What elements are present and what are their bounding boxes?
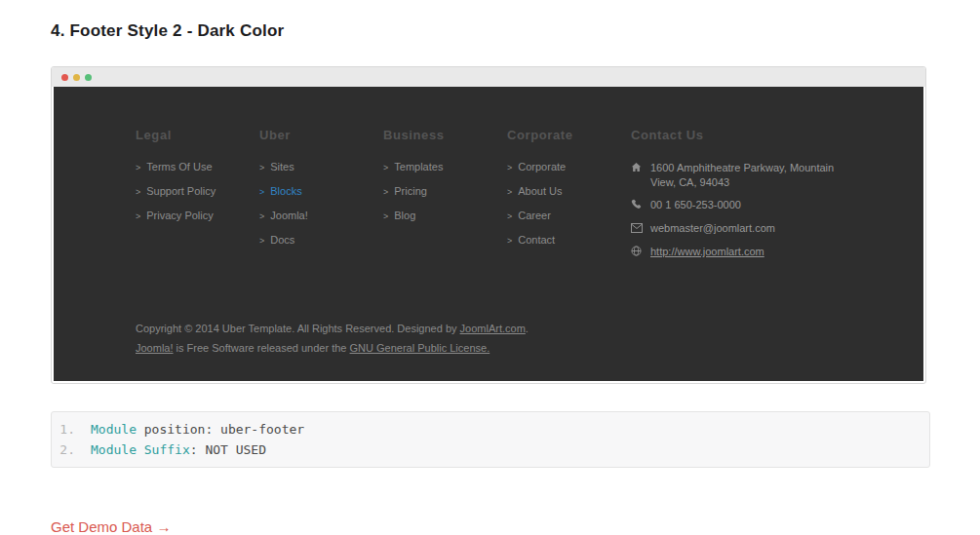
footer-link[interactable]: >About Us xyxy=(507,185,563,197)
close-button[interactable] xyxy=(61,74,68,81)
footer-copyright: Copyright © 2014 Uber Template. All Righ… xyxy=(136,319,584,358)
copyright-text: is Free Software released under the xyxy=(174,342,350,354)
contact-item-text[interactable]: http://www.joomlart.com xyxy=(650,245,764,259)
footer-link[interactable]: >Docs xyxy=(259,234,294,246)
footer-link-item: >Privacy Policy xyxy=(136,210,259,223)
window-titlebar xyxy=(52,67,925,87)
footer-link-item: >Terms Of Use xyxy=(136,161,259,174)
footer-link[interactable]: >Career xyxy=(507,210,551,221)
footer-link-list: >Terms Of Use>Support Policy>Privacy Pol… xyxy=(136,161,259,223)
copyright-link[interactable]: Joomla! xyxy=(136,342,174,354)
contact-item-text: 00 1 650-253-0000 xyxy=(650,198,741,212)
chevron-right-icon: > xyxy=(383,211,388,221)
footer-column-business: Business>Templates>Pricing>Blog xyxy=(383,128,507,268)
footer-link-label: Templates xyxy=(394,161,443,172)
footer-link-label: Blocks xyxy=(270,185,301,197)
footer-link-label: About Us xyxy=(518,185,562,197)
copyright-link[interactable]: GNU General Public License. xyxy=(350,342,490,354)
chevron-right-icon: > xyxy=(136,163,140,172)
footer-link-item: >Templates xyxy=(383,161,507,174)
footer-link-label: Contact xyxy=(518,234,555,246)
home-icon xyxy=(631,161,643,176)
chevron-right-icon: > xyxy=(259,211,264,221)
code-line-number: 2. xyxy=(52,439,91,460)
footer-link-label: Privacy Policy xyxy=(146,210,213,221)
footer-link-list: >Sites>Blocks>Joomla!>Docs xyxy=(259,161,383,248)
code-line-source: Module Suffix: NOT USED xyxy=(91,439,266,460)
chevron-right-icon: > xyxy=(259,187,264,197)
code-line-source: Module position: uber-footer xyxy=(91,419,304,439)
footer-link-list: >Corporate>About Us>Career>Contact xyxy=(507,161,631,248)
page: 4. Footer Style 2 - Dark Color Legal>Ter… xyxy=(0,0,980,535)
footer-link-item: >Support Policy xyxy=(136,185,259,199)
code-token-keyword: Module xyxy=(91,422,137,437)
chevron-right-icon: > xyxy=(507,236,512,246)
footer-link-label: Pricing xyxy=(394,185,427,197)
maximize-button[interactable] xyxy=(85,74,92,81)
footer-link[interactable]: >Pricing xyxy=(383,185,427,197)
footer-link-item: >Career xyxy=(507,210,631,223)
footer-link-label: Joomla! xyxy=(270,210,308,221)
footer-link-item: >Pricing xyxy=(383,185,507,199)
code-block: 1.Module position: uber-footer2.Module S… xyxy=(51,411,930,468)
chevron-right-icon: > xyxy=(136,211,140,221)
footer-link-item: >Contact xyxy=(507,234,631,248)
footer-column-corporate: Corporate>Corporate>About Us>Career>Cont… xyxy=(507,128,631,268)
footer-link[interactable]: >Blog xyxy=(383,210,415,221)
get-demo-data-link[interactable]: Get Demo Data → xyxy=(51,518,171,535)
footer-link-item: >Blog xyxy=(383,210,507,223)
copyright-text: . xyxy=(526,323,529,334)
code-line: 1.Module position: uber-footer xyxy=(52,419,929,439)
footer-link-item: >Blocks xyxy=(259,185,383,199)
chevron-right-icon: > xyxy=(383,187,388,197)
footer-link[interactable]: >Joomla! xyxy=(259,210,308,221)
contact-item-text: webmaster@joomlart.com xyxy=(650,221,775,236)
footer-link-item: >Joomla! xyxy=(259,210,383,223)
footer-column-title: Uber xyxy=(259,128,383,142)
contact-item: http://www.joomlart.com xyxy=(631,245,857,260)
footer-link[interactable]: >Contact xyxy=(507,234,555,246)
footer-column-title: Contact Us xyxy=(631,128,861,142)
minimize-button[interactable] xyxy=(73,74,80,81)
footer-link[interactable]: >Templates xyxy=(383,161,443,172)
chevron-right-icon: > xyxy=(136,187,140,197)
copyright-line-1: Copyright © 2014 Uber Template. All Righ… xyxy=(136,319,584,338)
contact-item: 1600 Amphitheatre Parkway, Mountain View… xyxy=(631,161,857,190)
copyright-link[interactable]: JoomlArt.com xyxy=(460,323,526,334)
footer-link-label: Sites xyxy=(270,161,294,172)
contact-item: 00 1 650-253-0000 xyxy=(631,198,857,213)
footer-link[interactable]: >Corporate xyxy=(507,161,566,172)
code-token-plain: : NOT USED xyxy=(190,442,266,457)
get-demo-data-label: Get Demo Data xyxy=(51,518,152,535)
footer-column-title: Business xyxy=(383,128,507,142)
copyright-text: Copyright © 2014 Uber Template. All Righ… xyxy=(136,323,460,334)
chevron-right-icon: > xyxy=(383,163,388,172)
code-token-plain: position: uber-footer xyxy=(137,422,304,437)
copyright-line-2: Joomla! is Free Software released under … xyxy=(136,338,584,358)
footer-link[interactable]: >Terms Of Use xyxy=(136,161,213,172)
chevron-right-icon: > xyxy=(507,187,512,197)
phone-icon xyxy=(631,198,643,213)
footer-link-label: Career xyxy=(518,210,551,221)
code-line: 2.Module Suffix: NOT USED xyxy=(52,439,929,460)
footer-link[interactable]: >Privacy Policy xyxy=(136,210,214,221)
globe-icon xyxy=(631,245,643,260)
footer-link[interactable]: >Blocks xyxy=(259,185,302,197)
footer-link-item: >About Us xyxy=(507,185,631,199)
contact-item-text: 1600 Amphitheatre Parkway, Mountain View… xyxy=(650,161,857,190)
footer-column-title: Corporate xyxy=(507,128,631,142)
envelope-icon xyxy=(631,221,643,237)
footer-preview: Legal>Terms Of Use>Support Policy>Privac… xyxy=(54,87,923,381)
page-title: 4. Footer Style 2 - Dark Color xyxy=(51,21,980,41)
chevron-right-icon: > xyxy=(259,236,264,246)
code-line-number: 1. xyxy=(52,419,91,439)
footer-link[interactable]: >Sites xyxy=(259,161,294,172)
browser-window: Legal>Terms Of Use>Support Policy>Privac… xyxy=(51,66,926,384)
footer-link-item: >Docs xyxy=(259,234,383,248)
code-token-keyword: Module Suffix xyxy=(91,442,190,457)
footer-link-label: Support Policy xyxy=(146,185,216,197)
footer-link[interactable]: >Support Policy xyxy=(136,185,216,197)
footer-column-title: Legal xyxy=(136,128,259,142)
contact-item: webmaster@joomlart.com xyxy=(631,221,857,237)
footer-link-label: Docs xyxy=(270,234,294,246)
